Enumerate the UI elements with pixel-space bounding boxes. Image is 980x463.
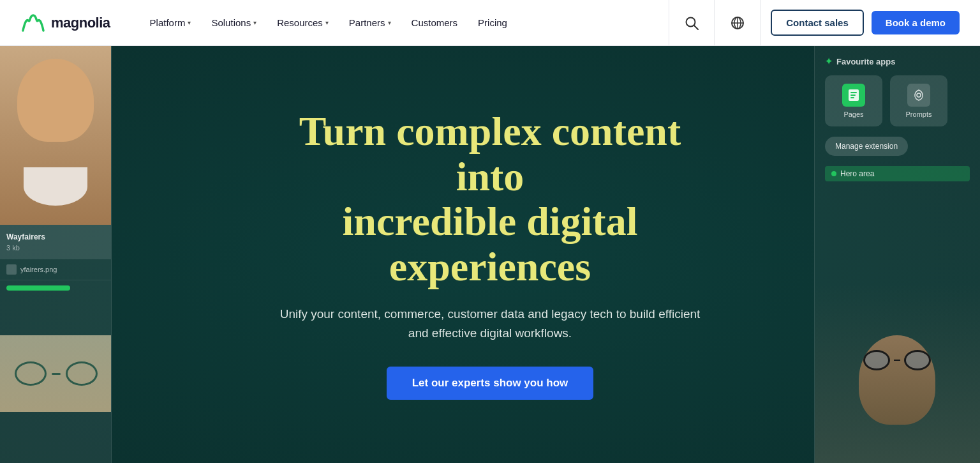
pages-icon xyxy=(842,84,865,107)
hero-area-text: Hero area xyxy=(840,169,874,178)
glasses-right-icon xyxy=(863,350,931,370)
glasses-icon xyxy=(15,361,98,386)
navbar: magnolia Platform ▾ Solutions ▾ Resource… xyxy=(0,0,980,46)
panel-bar xyxy=(6,285,70,291)
beard-shape xyxy=(24,167,87,206)
chevron-down-icon: ▾ xyxy=(325,19,329,26)
nav-solutions[interactable]: Solutions ▾ xyxy=(202,12,265,33)
favourite-apps-header: ✦ Favourite apps xyxy=(825,56,970,66)
nav-customers[interactable]: Customers xyxy=(403,12,467,33)
face-shape xyxy=(17,59,94,142)
brand-name: magnolia xyxy=(51,15,110,31)
svg-line-1 xyxy=(694,26,698,29)
star-icon: ✦ xyxy=(825,56,833,66)
app-pages-card[interactable]: Pages xyxy=(825,75,882,126)
hero-title: Turn complex content into incredible dig… xyxy=(279,109,701,289)
globe-icon xyxy=(731,16,745,30)
chevron-down-icon: ▾ xyxy=(188,19,191,26)
person-head-shape xyxy=(859,335,935,425)
svg-point-10 xyxy=(917,93,921,97)
search-button[interactable] xyxy=(669,0,715,46)
svg-rect-8 xyxy=(850,95,856,96)
logo[interactable]: magnolia xyxy=(20,13,110,33)
book-demo-button[interactable]: Book a demo xyxy=(872,11,960,34)
panel-file-name: yfairers.png xyxy=(20,266,57,273)
manage-extensions-button[interactable]: Manage extension xyxy=(825,137,908,156)
app-prompts-label: Prompts xyxy=(906,110,932,118)
app-pages-label: Pages xyxy=(843,110,863,118)
openai-icon xyxy=(907,84,930,107)
app-icons-row: Pages Prompts xyxy=(825,75,970,126)
panel-size: 3 kb xyxy=(6,244,105,252)
chevron-down-icon: ▾ xyxy=(253,19,256,26)
contact-sales-button[interactable]: Contact sales xyxy=(771,10,864,36)
nav-links: Platform ▾ Solutions ▾ Resources ▾ Partn… xyxy=(141,12,669,33)
hero-subtitle: Unify your content, commerce, customer d… xyxy=(279,305,701,344)
hero-left-panel: Wayfairers 3 kb yfairers.png xyxy=(0,46,112,463)
nav-icons xyxy=(669,0,761,46)
app-prompts-card[interactable]: Prompts xyxy=(890,75,947,126)
panel-photo xyxy=(0,46,111,225)
hero-section: Wayfairers 3 kb yfairers.png Turn comple… xyxy=(0,46,980,463)
logo-icon xyxy=(20,13,46,33)
nav-partners[interactable]: Partners ▾ xyxy=(340,12,400,33)
panel-bar-row xyxy=(0,280,111,296)
hero-area-indicator: Hero area xyxy=(825,166,970,181)
nav-actions: Contact sales Book a demo xyxy=(771,10,960,36)
right-panel-inner: ✦ Favourite apps Pages xyxy=(815,46,980,202)
search-icon xyxy=(685,16,699,30)
panel-info: Wayfairers 3 kb xyxy=(0,225,111,259)
panel-file-row: yfairers.png xyxy=(0,259,111,280)
svg-rect-9 xyxy=(850,97,854,98)
panel-glasses-display xyxy=(0,335,112,412)
panel-name: Wayfairers xyxy=(6,232,105,241)
right-person-display xyxy=(814,284,980,463)
nav-pricing[interactable]: Pricing xyxy=(469,12,516,33)
nav-platform[interactable]: Platform ▾ xyxy=(141,12,200,33)
status-dot xyxy=(831,171,836,176)
hero-center: Turn complex content into incredible dig… xyxy=(267,109,713,399)
file-icon xyxy=(6,264,17,275)
svg-rect-7 xyxy=(850,92,857,93)
cta-button[interactable]: Let our experts show you how xyxy=(387,367,594,400)
hero-right-panel: ✦ Favourite apps Pages xyxy=(814,46,980,463)
language-button[interactable] xyxy=(715,0,761,46)
chevron-down-icon: ▾ xyxy=(388,19,391,26)
nav-resources[interactable]: Resources ▾ xyxy=(268,12,338,33)
